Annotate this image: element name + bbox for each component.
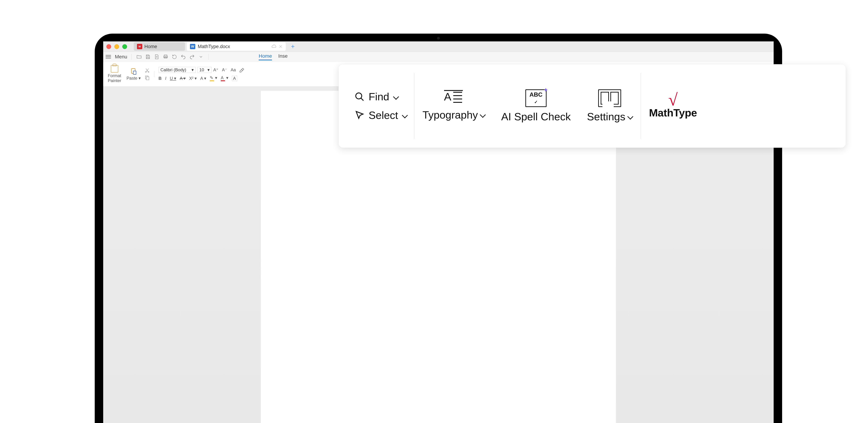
chevron-down-icon[interactable]: [198, 54, 204, 60]
strikethrough-button[interactable]: A ▾: [180, 76, 186, 81]
tab-home-label: Home: [144, 44, 157, 49]
shrink-font-icon[interactable]: A⁻: [222, 67, 227, 73]
separator: [131, 54, 132, 60]
paste-icon: [130, 67, 137, 75]
find-label: Find: [369, 91, 389, 103]
ribbon-tab-home[interactable]: Home: [259, 53, 272, 60]
undo-icon[interactable]: [180, 54, 186, 60]
chevron-down-icon: [402, 112, 408, 118]
paste-label: Paste ▾: [126, 76, 141, 81]
clipboard-extra: [145, 68, 150, 80]
settings-button[interactable]: Settings: [579, 64, 641, 148]
tab-home[interactable]: Home: [134, 42, 185, 51]
chevron-down-icon: [393, 94, 399, 100]
font-family-value: Calibri (Body): [160, 67, 186, 73]
tab-close-icon[interactable]: [279, 45, 283, 49]
copy-icon[interactable]: [145, 75, 150, 80]
wps-logo-icon: [137, 44, 142, 49]
tab-document[interactable]: W MathType.docx: [187, 42, 286, 51]
find-select-group: Find Select: [347, 64, 414, 148]
ribbon-tab-insert[interactable]: Inse: [278, 53, 288, 60]
svg-rect-1: [133, 71, 136, 74]
font-size-value: 10: [199, 67, 204, 73]
font-effects-button[interactable]: A ▾: [200, 76, 206, 81]
format-painter-icon: [111, 65, 118, 73]
italic-button[interactable]: I: [165, 76, 166, 81]
highlight-color-button[interactable]: ✎ ▾: [210, 75, 217, 81]
menu-label[interactable]: Menu: [115, 54, 127, 60]
font-family-select[interactable]: Calibri (Body) ▾: [158, 67, 196, 73]
mathtype-button[interactable]: √ MathType: [641, 64, 705, 148]
refresh-icon[interactable]: [171, 54, 178, 60]
chevron-down-icon: [480, 112, 486, 118]
cut-icon[interactable]: [145, 68, 150, 73]
open-folder-icon[interactable]: [136, 54, 142, 60]
print-preview-icon[interactable]: [154, 54, 160, 60]
chevron-down-icon: ▾: [208, 67, 210, 73]
settings-label: Settings: [587, 111, 625, 123]
chevron-down-icon: ▾: [191, 67, 194, 73]
superscript-button[interactable]: X² ▾: [189, 76, 197, 81]
font-color-button[interactable]: A ▾: [221, 75, 228, 81]
find-button[interactable]: Find: [354, 91, 407, 103]
cursor-icon: [354, 110, 365, 120]
wrench-icon: [603, 103, 614, 111]
spellcheck-button[interactable]: ABC ✦ AI Spell Check: [493, 64, 579, 148]
svg-point-4: [356, 93, 362, 99]
separator: [154, 71, 154, 77]
titlebar: Home W MathType.docx +: [103, 41, 774, 52]
mathtype-icon: √: [668, 93, 678, 107]
svg-rect-3: [146, 77, 149, 80]
separator: [208, 54, 209, 60]
font-controls-row: Calibri (Body) ▾ 10 ▾ A⁺ A⁻ Aa: [158, 67, 244, 73]
mathtype-label: MathType: [649, 107, 697, 119]
format-painter-label: Format Painter: [108, 73, 121, 83]
print-icon[interactable]: [162, 54, 169, 60]
floating-ribbon-panel: Find Select Typography ABC ✦ AI Spell Ch…: [339, 64, 846, 148]
underline-button[interactable]: U ▾: [170, 76, 176, 81]
font-size-select[interactable]: 10 ▾: [197, 67, 212, 73]
cloud-sync-icon: [272, 44, 276, 49]
chevron-down-icon: [627, 114, 633, 120]
ai-sparkle-icon: ✦: [544, 87, 548, 93]
clear-format-icon[interactable]: [239, 67, 244, 73]
ribbon-tabs: Home Inse: [259, 53, 288, 60]
save-icon[interactable]: [145, 54, 151, 60]
new-tab-button[interactable]: +: [288, 42, 297, 51]
redo-icon[interactable]: [189, 54, 195, 60]
spellcheck-label: AI Spell Check: [501, 111, 571, 123]
typography-icon: [444, 91, 464, 105]
window-minimize-button[interactable]: [114, 44, 119, 49]
window-close-button[interactable]: [106, 44, 111, 49]
settings-icon: [598, 89, 621, 107]
font-style-row: B I U ▾ A ▾ X² ▾ A ▾ ✎ ▾ A ▾ A: [158, 75, 244, 81]
change-case-icon[interactable]: Aa: [230, 67, 236, 73]
typography-label: Typography: [423, 109, 478, 121]
select-label: Select: [369, 109, 398, 121]
window-zoom-button[interactable]: [122, 44, 127, 49]
bold-button[interactable]: B: [158, 76, 161, 81]
paste-button[interactable]: Paste ▾: [125, 67, 142, 81]
grow-font-icon[interactable]: A⁺: [213, 67, 218, 73]
doc-type-icon: W: [190, 44, 195, 49]
typography-button[interactable]: Typography: [414, 64, 493, 148]
window-controls: [106, 44, 127, 49]
tab-document-label: MathType.docx: [198, 44, 230, 49]
format-painter-button[interactable]: Format Painter: [106, 65, 123, 83]
hamburger-menu-icon[interactable]: [106, 54, 111, 59]
search-icon: [354, 92, 365, 102]
menubar: Menu: [103, 52, 774, 62]
character-shading-button[interactable]: A: [232, 76, 237, 81]
spellcheck-icon: ABC ✦: [525, 89, 547, 107]
select-button[interactable]: Select: [354, 109, 407, 121]
